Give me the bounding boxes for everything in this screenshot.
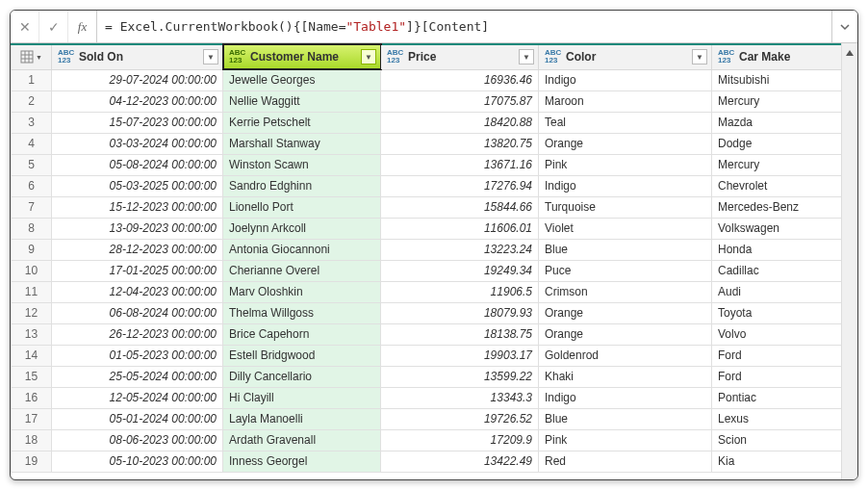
cell-make[interactable]: Mercedes-Benz (712, 196, 842, 218)
row-number[interactable]: 4 (12, 133, 52, 154)
cell-make[interactable]: Volkswagen (712, 218, 842, 239)
table-row[interactable]: 403-03-2024 00:00:00Marshall Stanway1382… (12, 133, 842, 154)
cell-customer[interactable]: Marv Oloshkin (223, 281, 381, 302)
cell-price[interactable]: 13599.22 (381, 366, 539, 387)
cell-customer[interactable]: Ardath Gravenall (223, 429, 381, 451)
table-row[interactable]: 204-12-2023 00:00:00Nellie Waggitt17075.… (12, 90, 842, 112)
cell-soldon[interactable]: 15-07-2023 00:00:00 (52, 112, 223, 133)
row-number[interactable]: 1 (12, 69, 52, 90)
cell-color[interactable]: Crimson (539, 281, 712, 302)
row-number[interactable]: 9 (12, 239, 52, 260)
cell-price[interactable]: 18420.88 (381, 112, 539, 133)
cell-price[interactable]: 18079.93 (381, 302, 539, 323)
cell-price[interactable]: 13820.75 (381, 133, 539, 154)
cell-price[interactable]: 13671.16 (381, 154, 539, 175)
column-header-carmake[interactable]: ABC123 Car Make ▼ (712, 44, 842, 69)
cell-color[interactable]: Maroon (539, 90, 712, 112)
cell-soldon[interactable]: 26-12-2023 00:00:00 (52, 323, 223, 345)
cell-customer[interactable]: Kerrie Petschelt (223, 112, 381, 133)
vertical-scrollbar[interactable] (841, 43, 857, 479)
cell-customer[interactable]: Brice Capehorn (223, 323, 381, 345)
row-number[interactable]: 16 (12, 387, 52, 408)
table-row[interactable]: 1326-12-2023 00:00:00Brice Capehorn18138… (12, 323, 842, 345)
cell-price[interactable]: 19726.52 (381, 408, 539, 429)
row-number[interactable]: 3 (12, 112, 52, 133)
cell-price[interactable]: 19249.34 (381, 260, 539, 281)
cell-customer[interactable]: Antonia Giocannoni (223, 239, 381, 260)
cell-customer[interactable]: Cherianne Overel (223, 260, 381, 281)
row-number[interactable]: 19 (12, 451, 52, 472)
column-header-color[interactable]: ABC123 Color ▼ (539, 44, 712, 69)
fx-icon[interactable]: fx (68, 11, 97, 42)
cell-color[interactable]: Red (539, 451, 712, 472)
cell-price[interactable]: 13422.49 (381, 451, 539, 472)
cell-make[interactable]: Mercury (712, 154, 842, 175)
cell-color[interactable]: Indigo (539, 175, 712, 196)
row-number[interactable]: 2 (12, 90, 52, 112)
cell-customer[interactable]: Jewelle Georges (223, 69, 381, 90)
cell-soldon[interactable]: 12-04-2023 00:00:00 (52, 281, 223, 302)
cell-price[interactable]: 17209.9 (381, 429, 539, 451)
cell-color[interactable]: Orange (539, 133, 712, 154)
column-header-soldon[interactable]: ABC123 Sold On ▼ (52, 44, 223, 69)
row-number[interactable]: 8 (12, 218, 52, 239)
cell-customer[interactable]: Nellie Waggitt (223, 90, 381, 112)
cell-color[interactable]: Goldenrod (539, 345, 712, 366)
cell-make[interactable]: Toyota (712, 302, 842, 323)
cell-color[interactable]: Orange (539, 323, 712, 345)
row-number[interactable]: 15 (12, 366, 52, 387)
expand-formula-icon[interactable] (832, 11, 857, 42)
cell-make[interactable]: Pontiac (712, 387, 842, 408)
cell-color[interactable]: Blue (539, 408, 712, 429)
cell-customer[interactable]: Estell Bridgwood (223, 345, 381, 366)
cell-price[interactable]: 11906.5 (381, 281, 539, 302)
cell-soldon[interactable]: 05-10-2023 00:00:00 (52, 451, 223, 472)
table-row[interactable]: 813-09-2023 00:00:00Joelynn Arkcoll11606… (12, 218, 842, 239)
cell-color[interactable]: Khaki (539, 366, 712, 387)
cell-color[interactable]: Puce (539, 260, 712, 281)
row-number[interactable]: 13 (12, 323, 52, 345)
table-row[interactable]: 1017-01-2025 00:00:00Cherianne Overel192… (12, 260, 842, 281)
cell-customer[interactable]: Marshall Stanway (223, 133, 381, 154)
cell-soldon[interactable]: 15-12-2023 00:00:00 (52, 196, 223, 218)
cell-soldon[interactable]: 13-09-2023 00:00:00 (52, 218, 223, 239)
row-number[interactable]: 12 (12, 302, 52, 323)
cell-price[interactable]: 15844.66 (381, 196, 539, 218)
cell-color[interactable]: Pink (539, 154, 712, 175)
cell-soldon[interactable]: 05-03-2025 00:00:00 (52, 175, 223, 196)
table-row[interactable]: 129-07-2024 00:00:00Jewelle Georges16936… (12, 69, 842, 90)
cell-make[interactable]: Ford (712, 345, 842, 366)
filter-dropdown-icon[interactable]: ▼ (203, 49, 218, 64)
cell-color[interactable]: Turquoise (539, 196, 712, 218)
row-number[interactable]: 17 (12, 408, 52, 429)
table-row[interactable]: 1905-10-2023 00:00:00Inness Georgel13422… (12, 451, 842, 472)
cell-price[interactable]: 13343.3 (381, 387, 539, 408)
cell-price[interactable]: 11606.01 (381, 218, 539, 239)
cell-make[interactable]: Dodge (712, 133, 842, 154)
cell-make[interactable]: Honda (712, 239, 842, 260)
cell-make[interactable]: Mazda (712, 112, 842, 133)
filter-dropdown-icon[interactable]: ▼ (361, 49, 376, 64)
cell-price[interactable]: 19903.17 (381, 345, 539, 366)
cell-soldon[interactable]: 05-01-2024 00:00:00 (52, 408, 223, 429)
cell-customer[interactable]: Inness Georgel (223, 451, 381, 472)
cell-price[interactable]: 13223.24 (381, 239, 539, 260)
cell-soldon[interactable]: 05-08-2024 00:00:00 (52, 154, 223, 175)
table-row[interactable]: 715-12-2023 00:00:00Lionello Port15844.6… (12, 196, 842, 218)
cell-color[interactable]: Blue (539, 239, 712, 260)
cell-customer[interactable]: Layla Manoelli (223, 408, 381, 429)
table-row[interactable]: 1612-05-2024 00:00:00Hi Clayill13343.3In… (12, 387, 842, 408)
cell-customer[interactable]: Winston Scawn (223, 154, 381, 175)
row-number[interactable]: 14 (12, 345, 52, 366)
cell-price[interactable]: 17276.94 (381, 175, 539, 196)
cell-soldon[interactable]: 03-03-2024 00:00:00 (52, 133, 223, 154)
cell-make[interactable]: Mitsubishi (712, 69, 842, 90)
formula-input[interactable]: = Excel.CurrentWorkbook(){[Name="Table1"… (97, 11, 832, 42)
cell-make[interactable]: Scion (712, 429, 842, 451)
cell-customer[interactable]: Joelynn Arkcoll (223, 218, 381, 239)
column-header-customer[interactable]: ABC123 Customer Name ▼ (223, 44, 381, 69)
cell-color[interactable]: Indigo (539, 387, 712, 408)
row-number[interactable]: 7 (12, 196, 52, 218)
cancel-icon[interactable]: ✕ (11, 11, 39, 42)
cell-soldon[interactable]: 17-01-2025 00:00:00 (52, 260, 223, 281)
